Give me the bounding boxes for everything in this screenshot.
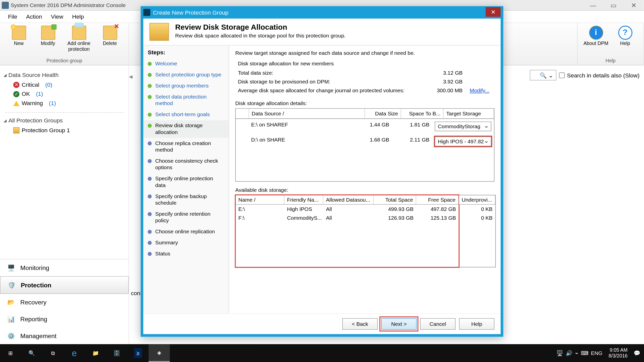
- total-data-size-value: 3.12 GB: [428, 70, 468, 76]
- step-summary: Summary: [143, 237, 229, 248]
- shield-icon: 🛡️: [7, 280, 16, 290]
- health-warning[interactable]: Warning (1): [4, 99, 125, 108]
- cancel-button[interactable]: Cancel: [420, 318, 456, 330]
- protection-group-icon: [13, 127, 20, 133]
- health-ok[interactable]: ✓OK (1): [4, 89, 125, 99]
- toolbar-modify[interactable]: Modify: [33, 26, 63, 47]
- col-total-space[interactable]: Total Space: [374, 195, 416, 204]
- dpm-taskbar-icon[interactable]: ◈: [149, 344, 170, 362]
- toolbar-help[interactable]: ?Help: [611, 26, 640, 47]
- dialog-icon: [143, 9, 150, 16]
- left-nav-panel: ◀ Data Source Health ✕Critical (0) ✓OK (…: [0, 65, 129, 344]
- menu-action[interactable]: Action: [22, 13, 47, 20]
- modify-link[interactable]: Modify...: [470, 87, 492, 94]
- col-space-to-be[interactable]: Space To B...: [401, 109, 444, 118]
- create-protection-group-dialog: Create New Protection Group ✕ Review Dis…: [141, 6, 503, 337]
- nav-monitoring[interactable]: 🖥️Monitoring: [0, 259, 129, 276]
- back-button[interactable]: < Back: [342, 318, 378, 330]
- storage-row[interactable]: E:\ High IPOS All 499.93 GB 497.82 GB: [236, 205, 459, 213]
- minimize-button[interactable]: —: [583, 0, 603, 10]
- menu-file[interactable]: File: [4, 13, 22, 20]
- tray-network-icon[interactable]: 🖥️: [556, 350, 563, 356]
- col-data-source[interactable]: Data Source /: [249, 109, 365, 118]
- step-online-replication: Choose online replication: [143, 226, 229, 237]
- wizard-steps: Steps: Welcome Select protection group t…: [143, 46, 229, 313]
- content-lead: Review target storage assigned for each …: [235, 50, 494, 56]
- next-button[interactable]: Next >: [381, 318, 417, 330]
- step-welcome[interactable]: Welcome: [143, 58, 229, 69]
- step-replica-creation: Choose replica creation method: [143, 138, 229, 155]
- target-storage-select[interactable]: CommodityStorag: [435, 121, 491, 131]
- app-icon: [2, 2, 9, 9]
- toolbar-group-help-label: Help: [606, 57, 616, 65]
- col-underprovisioned[interactable]: Underprovi...: [459, 195, 495, 204]
- step-group-members[interactable]: Select group members: [143, 80, 229, 92]
- toolbar-about[interactable]: iAbout DPM: [581, 26, 611, 47]
- step-group-type[interactable]: Select protection group type: [143, 69, 229, 80]
- tray-keyboard-icon[interactable]: ⌨: [581, 350, 588, 356]
- maximize-button[interactable]: ▭: [603, 0, 624, 10]
- menu-help[interactable]: Help: [68, 13, 88, 20]
- step-review-disk-storage[interactable]: Review disk storage allocation: [143, 120, 229, 138]
- task-view-button[interactable]: ⧉: [43, 344, 64, 362]
- close-button[interactable]: ✕: [624, 0, 644, 10]
- ok-icon: ✓: [13, 91, 20, 97]
- dialog-titlebar: Create New Protection Group ✕: [141, 6, 503, 19]
- protection-group-item[interactable]: Protection Group 1: [4, 125, 125, 135]
- server-manager-taskbar-icon[interactable]: 🗄️: [106, 344, 127, 362]
- nav-recovery[interactable]: 📂Recovery: [0, 294, 129, 311]
- storage-row[interactable]: F:\ CommodityS... All 126.93 GB 125.13 G…: [236, 213, 459, 222]
- change-journal-label: Average disk space allocated for change …: [238, 87, 428, 94]
- dialog-close-button[interactable]: ✕: [486, 7, 501, 17]
- toolbar-delete[interactable]: Delete: [95, 26, 125, 47]
- toolbar-new[interactable]: New: [4, 26, 33, 47]
- step-online-backup-schedule: Specify online backup schedule: [143, 191, 229, 208]
- menu-view[interactable]: View: [47, 13, 68, 20]
- data-source-health-header[interactable]: Data Source Health: [4, 72, 125, 78]
- search-input[interactable]: 🔍 ⌄: [530, 70, 556, 80]
- help-button[interactable]: Help: [459, 318, 495, 330]
- col-data-size[interactable]: Data Size: [365, 109, 401, 118]
- tray-notifications-icon[interactable]: 💬: [634, 350, 640, 356]
- col-allowed-datasources[interactable]: Allowed Datasou...: [323, 195, 374, 204]
- col-friendly-name[interactable]: Friendly Na...: [284, 195, 323, 204]
- tray-language[interactable]: ENG: [591, 350, 602, 356]
- start-button[interactable]: ⊞: [0, 344, 21, 362]
- tray-clock[interactable]: 9:05 AM 8/3/2016: [605, 347, 631, 359]
- change-journal-value: 300.00 MB: [428, 87, 468, 94]
- gear-icon: ⚙️: [6, 331, 16, 341]
- nav-management[interactable]: ⚙️Management: [0, 328, 129, 344]
- step-short-term-goals[interactable]: Select short-term goals: [143, 109, 229, 120]
- search-icon: 🔍: [540, 72, 547, 78]
- step-protection-method[interactable]: Select data protection method: [143, 92, 229, 109]
- nav-reporting[interactable]: 📊Reporting: [0, 311, 129, 328]
- powershell-taskbar-icon[interactable]: ≥: [127, 344, 148, 362]
- ie-taskbar-icon[interactable]: e: [64, 344, 85, 362]
- tray-volume-icon[interactable]: 🔊: [566, 350, 572, 356]
- allocation-details-grid: Data Source / Data Size Space To B... Ta…: [235, 108, 494, 182]
- recovery-icon: 📂: [6, 297, 16, 307]
- step-online-protection-data: Specify online protection data: [143, 173, 229, 191]
- tray-usb-icon[interactable]: ⌁: [575, 350, 578, 356]
- nav-protection[interactable]: 🛡️Protection: [0, 276, 129, 294]
- col-target-storage[interactable]: Target Storage: [444, 109, 494, 118]
- allocation-row[interactable]: E:\ on SHAREF 1.44 GB 1.81 GB CommodityS…: [236, 119, 494, 134]
- col-name[interactable]: Name /: [236, 195, 284, 204]
- dialog-heading: Review Disk Storage Allocation: [175, 23, 346, 32]
- explorer-taskbar-icon[interactable]: 📁: [85, 344, 106, 362]
- search-details-checkbox[interactable]: Search in details also (Slow): [559, 72, 639, 78]
- protection-groups-header[interactable]: All Protection Groups: [4, 117, 125, 124]
- target-storage-select[interactable]: High IPOS - 497.82: [435, 137, 491, 146]
- monitor-icon: 🖥️: [6, 263, 16, 273]
- col-free-space[interactable]: Free Space: [416, 195, 459, 204]
- step-consistency-check: Choose consistency check options: [143, 156, 229, 173]
- details-label: Disk storage allocation details:: [235, 100, 494, 107]
- allocation-row[interactable]: D:\ on SHARE 1.68 GB 2.11 GB High IPOS -…: [236, 134, 494, 149]
- toolbar-group-label: Protection group: [47, 57, 82, 65]
- toolbar-add-online-protection[interactable]: Add online protection: [63, 26, 95, 52]
- folder-icon: [149, 23, 169, 40]
- total-data-size-label: Total data size:: [238, 70, 428, 76]
- health-critical[interactable]: ✕Critical (0): [4, 80, 125, 89]
- search-task-button[interactable]: 🔍: [21, 344, 42, 362]
- taskbar: ⊞ 🔍 ⧉ e 📁 🗄️ ≥ ◈ 🖥️ 🔊 ⌁ ⌨ ENG 9:05 AM 8/…: [0, 344, 644, 362]
